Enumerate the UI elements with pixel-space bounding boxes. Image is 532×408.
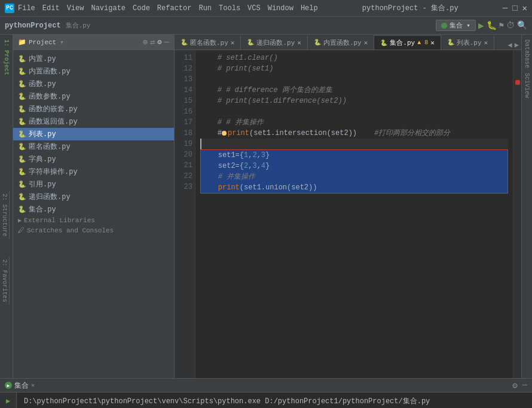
tree-item-jiheypy[interactable]: 🐍 集合.py <box>13 203 174 216</box>
minimize-button[interactable]: ─ <box>503 4 507 13</box>
project-label: pythonProject <box>5 22 61 30</box>
tab-right-icon[interactable]: ▶ <box>515 41 519 50</box>
menu-refactor[interactable]: Refactor <box>157 4 192 13</box>
settings-icon[interactable]: ⚙ <box>157 38 161 47</box>
favorites-panel-toggle[interactable]: 2: Favorites <box>0 257 10 305</box>
run-minimize-icon[interactable]: ─ <box>522 381 527 390</box>
window-title: pythonProject - 集合.py <box>318 3 503 13</box>
code-line-22: # 并集操作 <box>200 171 508 182</box>
run-left-toolbar: ▶ ↑ ⟳ ⤓ 🖨 🗑 <box>0 392 17 408</box>
tree-item-yinyongpy[interactable]: 🐍 引用.py <box>13 178 174 191</box>
run-button[interactable]: ▶ <box>478 20 484 32</box>
menu-navigate[interactable]: Navigate <box>91 4 126 13</box>
warning-count-badge: ▲ 8 <box>417 39 428 46</box>
menubar: File Edit View Navigate Code Refactor Ru… <box>18 4 318 13</box>
menu-file[interactable]: File <box>18 4 35 13</box>
collapse-icon: ▶ <box>18 217 22 224</box>
editor-scrollbar-area <box>513 50 521 378</box>
run-tab[interactable]: ▶ 集合 ✕ <box>5 381 35 391</box>
run-config-selector[interactable]: 集合 ▾ <box>436 20 476 31</box>
profile-button[interactable]: ⏱ <box>506 21 515 30</box>
tree-item-hanshucanshuypy[interactable]: 🐍 函数参数.py <box>13 90 174 103</box>
debug-button[interactable]: 🐛 <box>487 20 497 30</box>
maximize-button[interactable]: □ <box>512 4 517 13</box>
menu-tools[interactable]: Tools <box>219 4 240 13</box>
tab-close-neizhihanshuy[interactable]: ✕ <box>364 39 368 47</box>
tree-item-zidian[interactable]: 🐍 字典.py <box>13 153 174 165</box>
folder-icon: 📁 <box>18 38 26 46</box>
menu-run[interactable]: Run <box>198 4 212 13</box>
code-line-15: # print(set1.difference(set2)) <box>200 96 508 106</box>
code-editor[interactable]: # set1.clear() # print(set1) # # differe… <box>195 50 513 378</box>
py-file-icon: 🐍 <box>18 105 26 113</box>
active-file-label: 集合.py <box>66 21 91 30</box>
run-restart-button[interactable]: ▶ <box>2 395 14 407</box>
editor-area: 🐍 匿名函数.py ✕ 🐍 递归函数.py ✕ 🐍 内置函数.py ✕ 🐍 集合… <box>175 35 521 378</box>
code-line-14: # # difference 两个集合的差集 <box>200 85 508 96</box>
secondary-toolbar: pythonProject 集合.py 集合 ▾ ▶ 🐛 ⚑ ⏱ 🔍 <box>0 17 532 35</box>
external-libraries-label: External Libraries <box>24 217 95 224</box>
run-settings-icon[interactable]: ⚙ <box>512 381 517 391</box>
py-icon: 🐍 <box>314 39 321 46</box>
py-file-icon: 🐍 <box>18 93 26 100</box>
tab-jihe[interactable]: 🐍 集合.py ▲ 8 ✕ <box>374 35 441 50</box>
tree-item-diguihanshuypy[interactable]: 🐍 递归函数.py <box>13 191 174 203</box>
tree-item-niminghanshuy[interactable]: 🐍 匿名函数.py <box>13 140 174 153</box>
tab-niminghanshuy[interactable]: 🐍 匿名函数.py ✕ <box>175 35 241 50</box>
editor-content[interactable]: 11 12 13 14 15 16 17 18 19 20 21 22 23 #… <box>175 50 521 378</box>
tree-item-neizhihanshuypy[interactable]: 🐍 内置函数.py <box>13 65 174 78</box>
sync-icon[interactable]: ⇄ <box>150 37 155 47</box>
run-panel-tabs: ▶ 集合 ✕ ⚙ ─ <box>0 379 532 392</box>
project-panel-title: Project <box>29 39 56 46</box>
menu-view[interactable]: View <box>67 4 84 13</box>
project-dropdown-icon[interactable]: ▾ <box>60 38 64 46</box>
database-panel-toggle[interactable]: Database <box>522 37 531 70</box>
tree-item-neizhipy[interactable]: 🐍 内置.py <box>13 53 174 65</box>
close-button[interactable]: ✕ <box>522 3 527 13</box>
error-marker <box>515 80 520 85</box>
tab-close-niminghanshuy[interactable]: ✕ <box>231 39 235 47</box>
menu-window[interactable]: Window <box>268 4 293 13</box>
tab-left-icon[interactable]: ◀ <box>508 41 512 50</box>
menu-vcs[interactable]: VCS <box>247 4 261 13</box>
tab-diguihanshuy[interactable]: 🐍 递归函数.py ✕ <box>241 35 307 50</box>
scratches-section[interactable]: 🖊 Scratches and Consoles <box>13 225 174 235</box>
tab-close-jihe[interactable]: ✕ <box>430 39 435 47</box>
py-file-icon: 🐍 <box>18 193 26 201</box>
tree-item-hanshuhuiguizhi[interactable]: 🐍 函数返回值.py <box>13 115 174 128</box>
add-icon[interactable]: ⊕ <box>142 37 147 47</box>
tree-item-zifuchuancaozuopy[interactable]: 🐍 字符串操作.py <box>13 165 174 178</box>
run-output: D:\pythonProject1\pythonProject\venv\Scr… <box>17 392 532 408</box>
tab-close-diguihanshuy[interactable]: ✕ <box>297 39 301 47</box>
run-tab-label: 集合 <box>14 381 29 391</box>
coverage-button[interactable]: ⚑ <box>499 20 504 30</box>
tree-item-hanshudequiantao[interactable]: 🐍 函数的嵌套.py <box>13 103 174 115</box>
run-tab-close[interactable]: ✕ <box>31 382 35 389</box>
code-line-21: set2={2,3,4} <box>200 161 508 171</box>
tab-liebiao[interactable]: 🐍 列表.py ✕ <box>441 35 494 50</box>
external-libraries-section[interactable]: ▶ External Libraries <box>13 216 174 225</box>
project-panel: 📁 Project ▾ ⊕ ⇄ ⚙ ─ 🐍 内置.py 🐍 内置函数.py 🐍 … <box>13 35 175 378</box>
menu-edit[interactable]: Edit <box>42 4 60 13</box>
tree-item-hanshuypy[interactable]: 🐍 函数.py <box>13 78 174 90</box>
py-file-icon: 🐍 <box>18 68 26 75</box>
py-file-icon: 🐍 <box>18 118 26 125</box>
tab-neizhihanshuy[interactable]: 🐍 内置函数.py ✕ <box>308 35 374 50</box>
sciview-panel-toggle[interactable]: SciView <box>522 70 531 100</box>
project-sidebar-toggle[interactable]: 1: Project <box>2 37 11 78</box>
search-everywhere-button[interactable]: 🔍 <box>517 20 527 30</box>
run-panel-content: ▶ ↑ ⟳ ⤓ 🖨 🗑 D:\pythonProject1\pythonProj… <box>0 392 532 408</box>
py-file-icon: 🐍 <box>18 180 26 188</box>
code-line-19 <box>200 139 508 149</box>
code-line-18: #print(set1.intersection(set2)) #打印两部分相交… <box>200 128 508 139</box>
tab-close-liebiao[interactable]: ✕ <box>484 39 488 47</box>
py-icon: 🐍 <box>447 39 454 46</box>
menu-code[interactable]: Code <box>133 4 150 13</box>
py-file-icon: 🐍 <box>18 205 26 213</box>
minimize-panel-icon[interactable]: ─ <box>164 38 169 47</box>
structure-panel-toggle[interactable]: 2: Structure <box>0 191 10 239</box>
tree-item-liebiao[interactable]: 🐍 列表.py <box>13 128 174 140</box>
menu-help[interactable]: Help <box>301 4 318 13</box>
app-icon: PC <box>5 4 14 13</box>
tab-overflow-controls: ◀ ▶ <box>506 41 521 50</box>
